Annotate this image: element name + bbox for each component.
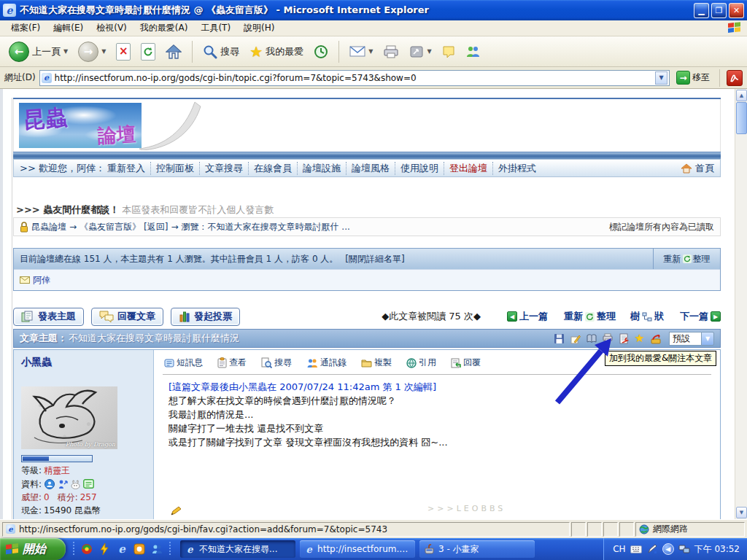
forward-button[interactable]: → ▼ bbox=[75, 40, 109, 63]
edit-topic-icon[interactable] bbox=[569, 332, 581, 345]
quote-button[interactable]: 引用 bbox=[406, 357, 436, 369]
menu-help[interactable]: 說明(H) bbox=[237, 20, 281, 36]
favorite-star-icon[interactable]: ★ bbox=[633, 332, 646, 345]
vertical-scrollbar[interactable]: ▲ ▼ bbox=[735, 89, 747, 519]
restore-button[interactable]: ❐ bbox=[711, 3, 727, 18]
quick-launch: e bbox=[66, 542, 178, 556]
address-input[interactable]: e http://insectforum.no-ip.org/gods/cgi-… bbox=[39, 70, 670, 86]
discuss-button[interactable] bbox=[439, 44, 458, 60]
back-dropdown-icon[interactable]: ▼ bbox=[63, 48, 68, 55]
save-topic-icon[interactable] bbox=[553, 332, 565, 345]
forward-dropdown-icon[interactable]: ▼ bbox=[101, 48, 106, 55]
keyboard-icon[interactable] bbox=[630, 543, 642, 555]
mail-dropdown-icon[interactable]: ▼ bbox=[368, 48, 373, 55]
search-posts-button[interactable]: 搜尋 bbox=[261, 357, 292, 369]
edit-button[interactable]: ▼ bbox=[406, 44, 434, 60]
pm-button[interactable]: 短訊息 bbox=[164, 357, 203, 369]
prev-arrow-icon: ◀ bbox=[507, 311, 517, 322]
quicklaunch-winamp-icon[interactable] bbox=[98, 542, 111, 556]
favorite-book-icon[interactable] bbox=[585, 332, 597, 345]
language-indicator[interactable]: CH bbox=[613, 544, 625, 554]
tree-view-link[interactable]: 樹 狀 bbox=[630, 310, 664, 323]
nav-search[interactable]: 文章搜尋 bbox=[199, 162, 248, 175]
export-topic-icon[interactable] bbox=[617, 332, 630, 345]
quicklaunch-browser-icon[interactable] bbox=[80, 542, 93, 556]
crumb-board[interactable]: 《蟲友留言版》 bbox=[80, 221, 141, 233]
online-member-link[interactable]: 阿倖 bbox=[33, 274, 50, 287]
nav-logout[interactable]: 登出論壇 bbox=[444, 162, 492, 175]
acrobat-button[interactable] bbox=[727, 70, 743, 86]
quicklaunch-media-icon[interactable] bbox=[133, 542, 146, 556]
prev-topic-link[interactable]: ◀ 上一篇 bbox=[507, 310, 548, 323]
post-author[interactable]: 小黑蟲 bbox=[21, 356, 146, 369]
nav-plugins[interactable]: 外掛程式 bbox=[492, 162, 541, 175]
forum-logo[interactable]: 昆蟲 論壇 bbox=[19, 103, 142, 148]
go-button[interactable]: → 移至 bbox=[673, 70, 713, 85]
scroll-down-button[interactable]: ▼ bbox=[736, 507, 747, 518]
tray-collapse-icon[interactable]: ◀ bbox=[662, 543, 674, 555]
mark-all-read-link[interactable]: 標記論壇所有內容為已讀取 bbox=[609, 221, 714, 233]
taskbar-task-current[interactable]: e 不知道大家在搜尋... bbox=[180, 540, 295, 558]
new-topic-button[interactable]: 發表主題 bbox=[13, 308, 84, 326]
search-button[interactable]: 搜尋 bbox=[200, 43, 242, 61]
nav-facilities[interactable]: 論壇設施 bbox=[297, 162, 346, 175]
scroll-up-button[interactable]: ▲ bbox=[736, 90, 747, 101]
nav-control-panel[interactable]: 控制面板 bbox=[150, 162, 199, 175]
minimize-button[interactable]: ▁ bbox=[694, 3, 709, 18]
refresh-button[interactable] bbox=[138, 42, 158, 62]
profile-icon[interactable] bbox=[44, 478, 55, 489]
refresh-topic-link[interactable]: 重新 整理 bbox=[564, 310, 616, 323]
favorites-button[interactable]: ★ 我的最愛 bbox=[247, 43, 306, 61]
menu-favorites[interactable]: 我的最愛(A) bbox=[133, 20, 195, 36]
copy-button[interactable]: 複製 bbox=[361, 357, 392, 369]
start-button[interactable]: 開始 bbox=[0, 538, 66, 560]
stop-button[interactable]: × bbox=[113, 42, 133, 62]
nav-help[interactable]: 使用說明 bbox=[395, 162, 444, 175]
home-button[interactable] bbox=[163, 43, 185, 61]
reply-post-button[interactable]: 回覆 bbox=[451, 357, 481, 369]
promote-icon[interactable] bbox=[649, 332, 662, 345]
message-icon[interactable] bbox=[83, 478, 94, 489]
status-url: http://insectforum.no-ip.org/gods/cgi-bi… bbox=[19, 524, 387, 534]
nav-online-members[interactable]: 在線會員 bbox=[248, 162, 297, 175]
history-button[interactable] bbox=[311, 43, 331, 61]
taskbar-task-browser2[interactable]: e http://insectforum.no-i... bbox=[300, 540, 415, 558]
close-button[interactable]: ✕ bbox=[729, 3, 744, 18]
mail-button[interactable]: ▼ bbox=[347, 44, 376, 58]
online-refresh-link[interactable]: 重新 整理 bbox=[653, 249, 720, 269]
print-topic-icon[interactable] bbox=[601, 332, 614, 345]
online-detail-link[interactable]: [關閉詳細名單] bbox=[345, 253, 404, 265]
view-profile-button[interactable]: 查看 bbox=[217, 357, 247, 369]
style-select[interactable]: 預設 ▼ bbox=[669, 332, 714, 346]
next-topic-link[interactable]: 下一篇 ▶ bbox=[680, 310, 721, 323]
forum-banner: 昆蟲 論壇 bbox=[13, 98, 721, 160]
menu-file[interactable]: 檔案(F) bbox=[4, 20, 47, 36]
crumb-back[interactable]: [返回] bbox=[144, 221, 168, 233]
window-title: 不知道大家在搜尋文章時最討厭什麼情況 @ 《蟲友留言版》 - Microsoft… bbox=[20, 4, 692, 17]
edit-dropdown-icon[interactable]: ▼ bbox=[427, 48, 431, 55]
nav-relogin[interactable]: 重新登入 bbox=[105, 162, 150, 175]
menu-view[interactable]: 檢視(V) bbox=[90, 20, 133, 36]
menu-tools[interactable]: 工具(T) bbox=[194, 20, 237, 36]
nav-styles[interactable]: 論壇風格 bbox=[346, 162, 395, 175]
scrollbar-thumb[interactable] bbox=[736, 102, 747, 134]
crumb-root[interactable]: 昆蟲論壇 bbox=[31, 221, 66, 233]
menu-edit[interactable]: 編輯(E) bbox=[47, 20, 90, 36]
taskbar-task-paint[interactable]: 3 - 小畫家 bbox=[419, 540, 535, 558]
leobbs-watermark: >>>LEOBBS bbox=[427, 504, 506, 513]
start-poll-button[interactable]: 發起投票 bbox=[171, 308, 240, 326]
address-dropdown-icon[interactable]: ▼ bbox=[655, 71, 667, 85]
quicklaunch-messenger-icon[interactable] bbox=[150, 542, 163, 556]
quicklaunch-ie-icon[interactable]: e bbox=[115, 542, 128, 556]
nav-home-link[interactable]: 首頁 bbox=[681, 162, 714, 175]
tablet-pen-icon[interactable] bbox=[646, 543, 658, 555]
reply-button[interactable]: 回覆文章 bbox=[91, 308, 163, 326]
clock[interactable]: 下午 03:52 bbox=[694, 543, 740, 556]
gender-icon[interactable] bbox=[57, 478, 68, 489]
contacts-button[interactable]: 通訊錄 bbox=[306, 357, 347, 369]
network-icon[interactable] bbox=[678, 543, 690, 555]
print-button[interactable] bbox=[380, 44, 402, 60]
back-button[interactable]: ← 上一頁 ▼ bbox=[6, 40, 71, 63]
pet-icon[interactable] bbox=[70, 478, 81, 489]
messenger-button[interactable] bbox=[462, 44, 483, 60]
